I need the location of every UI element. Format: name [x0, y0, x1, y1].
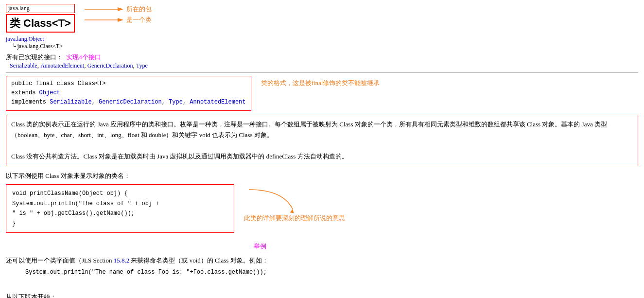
desc-para-1: Class 类的实例表示正在运行的 Java 应用程序中的类和接口。枚举是一种类… [11, 119, 633, 140]
example-box: void printClassName(Object obj) { System… [6, 184, 234, 233]
impl-link-1[interactable]: GenericDeclaration [99, 99, 162, 105]
package-class-block: java.lang 类 Class<T> [6, 4, 75, 33]
code-declaration: public final class Class<T> extends Obje… [6, 76, 251, 111]
arrow-icon-1 [85, 5, 123, 13]
interface-link-1[interactable]: AnnotatedElement [40, 62, 84, 69]
interface-link-3[interactable]: Type [136, 62, 148, 69]
since-section: 从以下版本开始： JDK1.0 [6, 291, 638, 298]
code-example-line-2: System.out.println("The class of " + obj… [12, 199, 228, 209]
arrow2-text: 是一个类 [126, 16, 152, 24]
arrow-row-2: 是一个类 [85, 16, 152, 24]
bottom-code: System.out.println("The name of class Fo… [25, 269, 638, 276]
svg-marker-4 [290, 209, 295, 213]
interface-link-2[interactable]: GenericDeclaration [87, 62, 133, 69]
example-wrapper: 以下示例使用 Class 对象来显示对象的类名： void printClass… [6, 170, 638, 251]
bottom-para-suffix: 来获得命名类型（或 void）的 Class 对象。例如： [129, 257, 268, 264]
arrows-annotations: 所在的包 是一个类 [85, 4, 152, 24]
example-intro-text: 以下示例使用 Class 对象来显示对象的类名： [6, 172, 130, 179]
code-example-line-3: " is " + obj.getClass().getName()); [12, 209, 228, 218]
declaration-annotation: 类的格式，这是被final修饰的类不能被继承 [261, 76, 380, 88]
hierarchy-parent-link[interactable]: java.lang.Object [6, 35, 44, 42]
extends-prefix: extends [11, 89, 39, 96]
object-link[interactable]: Object [39, 89, 60, 96]
example-intro: 以下示例使用 Class 对象来显示对象的类名： [6, 170, 234, 181]
header-section: java.lang 类 Class<T> 所在的包 是一个类 [6, 4, 638, 33]
code-line-1: public final class Class<T> [11, 79, 246, 88]
implements-prefix: implements [11, 99, 50, 105]
page-wrapper: java.lang 类 Class<T> 所在的包 是一个类 jav [0, 0, 644, 298]
hierarchy-child-text: java.lang.Class<T> [17, 43, 63, 50]
code-declaration-wrapper: public final class Class<T> extends Obje… [6, 76, 638, 111]
hierarchy-child: └ java.lang.Class<T> [6, 43, 638, 50]
jls-link[interactable]: 15.8.2 [114, 257, 130, 264]
svg-marker-1 [118, 7, 123, 11]
example-annotation-block: 此类的详解要深刻的理解所说的意思 举例 [244, 170, 345, 251]
example-arrow-icon [244, 185, 302, 214]
svg-marker-3 [118, 18, 123, 22]
example-container: 以下示例使用 Class 对象来显示对象的类名： void printClass… [6, 170, 234, 233]
class-label: 类 Class<T> [6, 14, 75, 33]
interfaces-list: Serializable, AnnotatedElement, GenericD… [10, 62, 638, 70]
bottom-text-section: 还可以使用一个类字面值（JLS Section 15.8.2 来获得命名类型（或… [6, 255, 638, 266]
divider-1 [6, 72, 638, 73]
code-example-line-4: } [12, 219, 228, 228]
description-box: Class 类的实例表示正在运行的 Java 应用程序中的类和接口。枚举是一种类… [6, 115, 638, 166]
arrow-icon-2 [85, 16, 123, 24]
hierarchy-parent: java.lang.Object [6, 35, 638, 43]
impl-link-2[interactable]: Type [169, 99, 183, 105]
interfaces-count: 实现4个接口 [66, 53, 101, 61]
interfaces-section: 所有已实现的接口： 实现4个接口 Serializable, Annotated… [6, 53, 638, 70]
desc-para-2: Class 没有公共构造方法。Class 对象是在加载类时由 Java 虚拟机以… [11, 151, 633, 162]
code-example-line-1: void printClassName(Object obj) { [12, 189, 228, 198]
code-line-2: extends Object [11, 88, 246, 98]
interface-link-0[interactable]: Serializable [10, 62, 37, 69]
package-label: java.lang [6, 4, 75, 13]
hierarchy: java.lang.Object └ java.lang.Class<T> [6, 35, 638, 50]
example-label: 举例 [254, 242, 266, 251]
bottom-para-prefix: 还可以使用一个类字面值（JLS Section [6, 257, 114, 264]
interfaces-label: 所有已实现的接口： [6, 53, 63, 61]
code-line-3: implements Serializable, GenericDeclarat… [11, 98, 246, 107]
example-annotation: 此类的详解要深刻的理解所说的意思 [244, 214, 345, 223]
arrow-row-1: 所在的包 [85, 5, 152, 14]
arrow1-text: 所在的包 [126, 5, 152, 14]
impl-link-0[interactable]: Serializable [50, 99, 91, 105]
since-label: 从以下版本开始： [6, 293, 56, 298]
impl-link-3[interactable]: AnnotatedElement [190, 99, 245, 105]
